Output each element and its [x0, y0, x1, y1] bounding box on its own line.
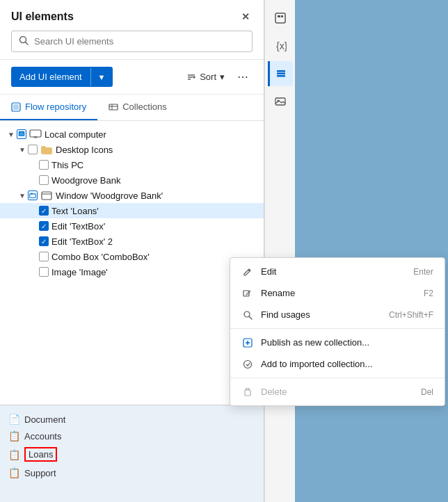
svg-rect-16 — [31, 193, 33, 194]
window-icon — [40, 191, 53, 200]
panel-title-row: UI elements ✕ — [11, 10, 253, 24]
panel-title: UI elements — [11, 10, 74, 23]
search-input[interactable] — [34, 36, 245, 47]
checkbox-desktop[interactable] — [28, 145, 38, 154]
preview-doc-icon: 📄 — [8, 414, 20, 425]
checkbox-textbox2[interactable]: ✓ — [39, 236, 49, 246]
menu-item-edit[interactable]: Edit Enter — [230, 261, 445, 282]
svg-point-35 — [244, 360, 252, 368]
svg-line-31 — [249, 316, 252, 319]
toolbar-right: Sort ▾ ⋯ — [181, 67, 253, 86]
tree-label-thispc: This PC — [51, 160, 83, 170]
tree-label-textbox2: Edit 'TextBox' 2 — [51, 236, 113, 247]
context-menu: Edit Enter Rename F2 Find usages Ctrl+Sh… — [230, 257, 445, 406]
chevron-window: ▼ — [17, 190, 28, 201]
add-ui-element-button[interactable]: Add UI element ▼ — [11, 67, 113, 87]
tree-label-local: Local computer — [45, 129, 106, 140]
preview-loans-label: Loans — [24, 447, 57, 462]
sort-button[interactable]: Sort ▾ — [181, 68, 230, 86]
menu-item-add-imported[interactable]: Add to imported collection... — [230, 353, 445, 375]
search-bar — [11, 31, 253, 52]
tree-label-woodgrove: Woodgrove Bank — [51, 175, 121, 186]
tree-label-combobox: Combo Box 'ComboBox' — [51, 252, 150, 262]
svg-rect-17 — [42, 192, 51, 200]
checkbox-window[interactable] — [28, 191, 38, 200]
tree-item-image[interactable]: Image 'Image' — [0, 264, 264, 280]
menu-item-rename[interactable]: Rename F2 — [230, 282, 445, 304]
sidebar-icon-vars[interactable]: {x} — [268, 33, 293, 58]
menu-label-edit: Edit — [261, 266, 276, 277]
checkbox-combobox[interactable] — [39, 252, 49, 261]
checkbox-thispc[interactable] — [39, 160, 49, 170]
close-button[interactable]: ✕ — [239, 10, 253, 24]
svg-rect-20 — [278, 15, 280, 17]
find-usages-menu-icon — [241, 310, 254, 320]
checkbox-loans[interactable]: ✓ — [39, 206, 49, 216]
svg-rect-7 — [109, 104, 118, 110]
checkbox-image[interactable] — [39, 267, 49, 277]
preview-document: 📄 Document — [8, 411, 255, 428]
preview-loans-icon: 📋 — [8, 449, 20, 460]
tree-item-local-computer[interactable]: ▼ Local computer — [0, 127, 264, 142]
menu-label-add-imported: Add to imported collection... — [261, 359, 372, 369]
svg-line-1 — [26, 42, 29, 45]
collections-tab-icon — [109, 102, 118, 112]
more-options-button[interactable]: ⋯ — [233, 67, 253, 86]
preview-content: 📄 Document 📋 Accounts 📋 Loans 📋 Support — [0, 405, 264, 487]
chevron-local: ▼ — [6, 129, 17, 140]
tree-item-textbox[interactable]: ✓ Edit 'TextBox' — [0, 218, 264, 234]
svg-rect-24 — [277, 73, 285, 75]
tree-label-image: Image 'Image' — [51, 267, 108, 277]
edit-menu-icon — [241, 267, 254, 277]
tree-item-loans[interactable]: ✓ Text 'Loans' — [0, 203, 264, 218]
menu-separator-1 — [230, 328, 445, 329]
preview-loans: 📋 Loans — [8, 444, 255, 464]
tree-item-combobox[interactable]: Combo Box 'ComboBox' — [0, 249, 264, 264]
svg-rect-11 — [19, 133, 24, 136]
tree-item-woodgrove[interactable]: Woodgrove Bank — [0, 172, 264, 188]
monitor-icon — [29, 129, 42, 139]
search-icon — [19, 35, 29, 47]
add-imported-icon — [241, 359, 254, 369]
menu-item-find-usages[interactable]: Find usages Ctrl+Shift+F — [230, 304, 445, 325]
menu-item-delete[interactable]: Delete Del — [230, 381, 445, 403]
menu-shortcut-edit: Enter — [413, 267, 433, 277]
menu-label-find-usages: Find usages — [261, 309, 310, 320]
publish-collection-icon — [241, 338, 254, 348]
menu-label-delete: Delete — [261, 387, 287, 397]
menu-item-publish-collection[interactable]: Publish as new collection... — [230, 332, 445, 353]
tab-flow-repository[interactable]: Flow repository — [0, 95, 97, 120]
tab-collections[interactable]: Collections — [97, 95, 178, 120]
tree-item-window-woodgrove[interactable]: ▼ Window 'Woodgrove Bank' — [0, 188, 264, 203]
svg-rect-6 — [13, 104, 19, 110]
tab-collections-label: Collections — [122, 102, 167, 112]
tree-item-thispc[interactable]: This PC — [0, 157, 264, 172]
preview-area: 📄 Document 📋 Accounts 📋 Loans 📋 Support — [0, 405, 264, 502]
checkbox-textbox[interactable]: ✓ — [39, 221, 49, 231]
preview-support-label: Support — [24, 468, 56, 478]
tree-item-textbox2[interactable]: ✓ Edit 'TextBox' 2 — [0, 234, 264, 249]
add-button-dropdown[interactable]: ▼ — [90, 68, 113, 86]
tree-item-desktop-icons[interactable]: ▼ Desktop Icons — [0, 142, 264, 157]
tree-label-window: Window 'Woodgrove Bank' — [56, 191, 163, 201]
preview-doc-label: Document — [24, 414, 65, 425]
svg-rect-12 — [30, 130, 41, 137]
preview-accounts: 📋 Accounts — [8, 428, 255, 444]
preview-accounts-label: Accounts — [24, 431, 61, 442]
folder-desktop-icon — [40, 145, 53, 154]
sidebar-icon-layers[interactable] — [268, 61, 293, 86]
menu-shortcut-delete: Del — [421, 387, 433, 397]
chevron-desktop: ▼ — [17, 144, 28, 155]
sidebar-icon-image[interactable] — [268, 89, 293, 114]
checkbox-local[interactable] — [17, 129, 26, 139]
sidebar-icon-ui[interactable] — [268, 6, 293, 31]
panel-header: UI elements ✕ — [0, 0, 264, 60]
left-panel: UI elements ✕ Add UI element ▼ — [0, 0, 264, 502]
tree-label-desktop: Desktop Icons — [56, 145, 113, 155]
svg-rect-36 — [245, 390, 250, 396]
checkbox-woodgrove[interactable] — [39, 175, 49, 185]
rename-menu-icon — [241, 289, 254, 298]
tree-label-loans: Text 'Loans' — [51, 206, 99, 216]
svg-rect-25 — [277, 75, 285, 77]
menu-shortcut-rename: F2 — [424, 289, 433, 298]
